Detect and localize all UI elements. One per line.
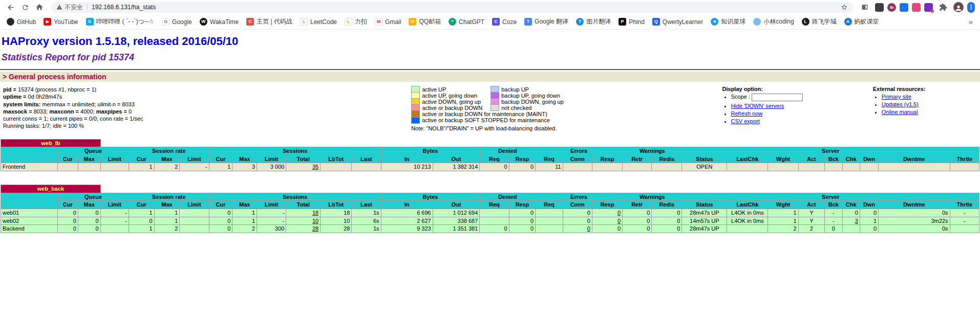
column-header: Cur bbox=[209, 155, 232, 163]
column-header: Last bbox=[352, 201, 381, 209]
display-option-link[interactable]: Hide 'DOWN' servers bbox=[731, 103, 784, 109]
column-header: Cur bbox=[129, 155, 155, 163]
back-button[interactable] bbox=[4, 1, 17, 13]
bookmark-item[interactable]: LLeetCode bbox=[296, 16, 340, 27]
home-button[interactable] bbox=[33, 1, 46, 13]
column-group: Warnings bbox=[623, 193, 682, 201]
image-translate-favicon: T bbox=[576, 18, 584, 26]
column-header: LbTot bbox=[321, 155, 352, 163]
address-bar[interactable]: 不安全 192.168.6.131/ha_stats bbox=[51, 2, 853, 13]
column-header: Redis bbox=[652, 201, 682, 209]
stat-cell: 18 bbox=[286, 209, 321, 217]
external-resource-link[interactable]: Updates (v1.5) bbox=[882, 101, 919, 107]
menu-kebab-button[interactable]: ⋮ bbox=[967, 2, 975, 13]
legend-swatch bbox=[491, 93, 499, 99]
haproxy-stats-page: HAProxy version 1.5.18, released 2016/05… bbox=[0, 35, 980, 246]
security-warning-icon bbox=[56, 4, 62, 10]
legend-swatch bbox=[412, 99, 420, 105]
url-separator bbox=[87, 4, 88, 10]
bookmark-item[interactable]: A蚂蚁课堂 bbox=[841, 16, 883, 28]
column-header: Conn bbox=[563, 155, 592, 163]
stat-cell bbox=[727, 225, 768, 233]
legend-label: active UP, going down bbox=[420, 93, 491, 99]
display-option-item: Hide 'DOWN' servers bbox=[731, 103, 873, 109]
bookmark-item[interactable]: b哔哩哔哩 ( ´- -`)つ─☆ bbox=[82, 16, 158, 28]
bookmark-star-icon[interactable] bbox=[841, 4, 848, 11]
haproxy-home-link[interactable]: HAProxy version 1.5.18, released 2016/05… bbox=[2, 35, 238, 48]
extension-pink-icon[interactable] bbox=[912, 3, 921, 12]
back-icon bbox=[7, 3, 15, 12]
column-header: Bck bbox=[825, 201, 842, 209]
stats-row-Frontend: Frontend12-133 0003510 2131 382 3140011O… bbox=[1, 163, 979, 171]
bookmark-item[interactable]: *ChatGPT bbox=[445, 16, 488, 27]
profile-avatar[interactable] bbox=[953, 2, 964, 12]
stat-cell: 1 bbox=[768, 217, 798, 225]
bookmark-item[interactable]: ★知识星球 bbox=[707, 16, 749, 28]
toolbar-actions: lb ⋮ bbox=[858, 1, 976, 13]
stat-cell: 6 696 bbox=[381, 209, 433, 217]
stat-cell: 1 bbox=[129, 163, 155, 171]
external-resource-link[interactable]: Online manual bbox=[882, 109, 918, 115]
extension-purple-icon[interactable] bbox=[924, 3, 933, 12]
stat-cell: 10 213 bbox=[381, 163, 433, 171]
stat-cell: 0s bbox=[879, 209, 950, 217]
external-resource-link[interactable]: Primary site bbox=[882, 94, 911, 100]
row-name: web01 bbox=[1, 209, 58, 217]
stat-cell: 3m22s bbox=[879, 217, 950, 225]
extension-lb-icon[interactable]: lb bbox=[887, 3, 896, 12]
stat-cell bbox=[180, 217, 209, 225]
stat-cell: 0 bbox=[563, 209, 592, 217]
stats-row-Backend: Backend00120230028281s9 3231 351 3810000… bbox=[1, 225, 979, 233]
stat-cell bbox=[623, 163, 652, 171]
column-header: Thrtle bbox=[950, 201, 979, 209]
extension-dark-tool-icon[interactable] bbox=[875, 3, 884, 12]
stat-cell: - bbox=[180, 163, 209, 171]
bookmark-item[interactable]: ✉QQ邮箱 bbox=[405, 16, 444, 28]
scope-input[interactable] bbox=[752, 94, 803, 101]
legend-label: active or backup DOWN for maintenance (M… bbox=[420, 111, 572, 118]
bookmark-item[interactable]: CCoze bbox=[488, 16, 520, 27]
bookmark-label: QQ邮箱 bbox=[419, 17, 441, 26]
bookmark-item[interactable]: 小林coding bbox=[750, 16, 797, 28]
stat-cell: 0 bbox=[129, 217, 155, 225]
bookmark-item[interactable]: GGoogle bbox=[158, 16, 196, 27]
bookmarks-overflow-chevron[interactable]: » bbox=[965, 17, 977, 26]
bookmark-item[interactable]: C主页 | 代码战 bbox=[243, 16, 296, 28]
header-spacer bbox=[100, 185, 979, 193]
proxy-name[interactable]: web_back bbox=[1, 185, 101, 193]
bookmark-item[interactable]: T图片翻译 bbox=[572, 16, 614, 28]
scope-label: Scope : bbox=[731, 94, 752, 100]
bookmark-item[interactable]: MGmail bbox=[371, 16, 404, 27]
bookmark-item[interactable]: QQwertyLearner bbox=[649, 16, 707, 27]
stat-cell: 28 bbox=[321, 225, 352, 233]
column-header: Dwntme bbox=[879, 155, 950, 163]
section-heading-general-info: > General process information bbox=[0, 72, 980, 82]
extension-blue-icon[interactable] bbox=[900, 3, 908, 12]
bookmark-item[interactable]: WWakaTime bbox=[196, 16, 242, 27]
bookmark-item[interactable]: TGoogle 翻译 bbox=[521, 16, 572, 28]
display-option-link[interactable]: CSV export bbox=[731, 118, 760, 124]
browser-toolbar: 不安全 192.168.6.131/ha_stats lb ⋮ bbox=[0, 0, 980, 14]
side-panel-button[interactable] bbox=[858, 1, 871, 13]
column-header: Max bbox=[232, 155, 257, 163]
scope-option: Scope : bbox=[731, 94, 873, 101]
bookmark-item[interactable]: GitHub bbox=[3, 16, 39, 27]
stat-cell: 28 bbox=[286, 225, 321, 233]
process-info-line: pid = 15374 (process #1, nbproc = 1) bbox=[3, 86, 411, 93]
bookmark-item[interactable]: L力扣 bbox=[341, 16, 371, 28]
column-header: Limit bbox=[180, 155, 209, 163]
stat-cell: - bbox=[825, 209, 842, 217]
bookmark-item[interactable]: PPhind bbox=[615, 16, 648, 27]
display-option-link[interactable]: Refresh now bbox=[731, 110, 763, 117]
bookmark-item[interactable]: L路飞学城 bbox=[798, 16, 840, 28]
column-group: Denied bbox=[480, 147, 536, 155]
divider bbox=[0, 69, 980, 70]
stat-cell: 0 bbox=[78, 217, 100, 225]
bookmark-item[interactable]: ▶YouTube bbox=[40, 16, 81, 27]
stat-cell bbox=[352, 163, 381, 171]
reload-button[interactable] bbox=[18, 1, 32, 13]
proxy-name[interactable]: web_lb bbox=[1, 139, 101, 147]
bookmark-label: Gmail bbox=[385, 18, 401, 26]
youtube-favicon: ▶ bbox=[44, 18, 51, 26]
extensions-puzzle-button[interactable] bbox=[936, 1, 950, 13]
